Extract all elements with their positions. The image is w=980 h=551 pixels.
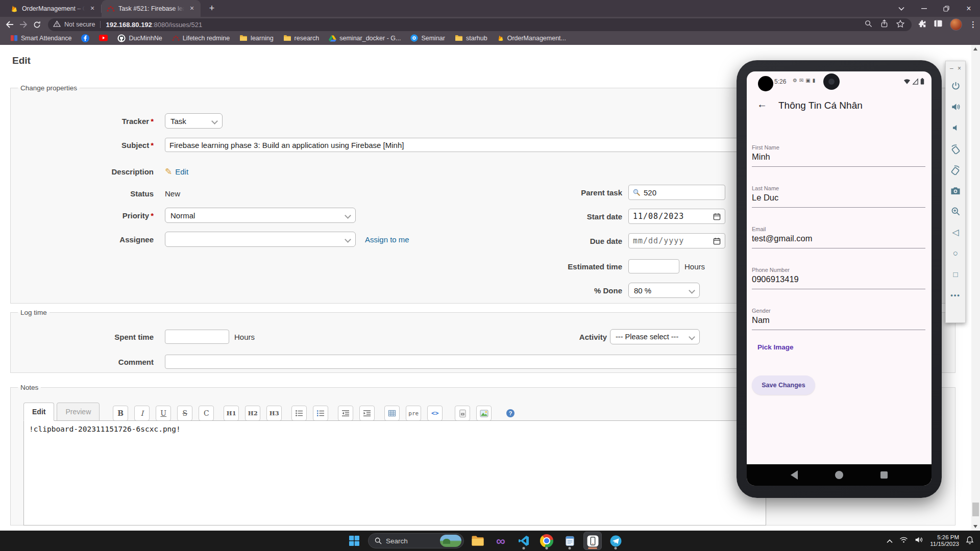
- tray-chevron-icon[interactable]: [887, 536, 893, 545]
- tab-close-icon[interactable]: ×: [88, 4, 97, 13]
- first-name-field[interactable]: First Name Minh: [752, 144, 925, 167]
- tab-search-chevron-icon[interactable]: [890, 0, 913, 17]
- heading2-button[interactable]: H2: [245, 406, 260, 421]
- screenshot-camera-icon[interactable]: [950, 180, 961, 201]
- tab-edit[interactable]: Edit: [23, 403, 54, 421]
- tracker-select[interactable]: Task: [165, 113, 223, 129]
- tab-task-521[interactable]: Task #521: Firebase learning pha ×: [102, 0, 201, 17]
- emulator-minimize-icon[interactable]: –: [950, 65, 953, 72]
- tray-clock[interactable]: 5:26 PM 11/15/2023: [930, 534, 959, 548]
- ordered-list-icon[interactable]: [313, 406, 328, 421]
- zoom-page-icon[interactable]: [865, 20, 872, 30]
- taskbar-search[interactable]: Search: [368, 533, 464, 548]
- zoom-icon[interactable]: [951, 201, 961, 222]
- emu-overview-icon[interactable]: □: [953, 264, 958, 285]
- bookmark-seminar[interactable]: Seminar: [410, 34, 445, 42]
- profile-avatar[interactable]: [950, 18, 962, 31]
- italic-button[interactable]: I: [134, 406, 150, 421]
- start-button[interactable]: [345, 532, 363, 550]
- tab-close-icon[interactable]: ×: [187, 4, 197, 13]
- description-edit-link[interactable]: Edit: [175, 167, 188, 176]
- emu-back-icon[interactable]: ◁: [952, 222, 959, 243]
- volume-down-icon[interactable]: [951, 117, 960, 138]
- activity-select[interactable]: --- Please select ---: [610, 329, 700, 344]
- page-scrollbar[interactable]: [971, 45, 980, 531]
- underline-button[interactable]: U: [156, 406, 171, 421]
- emu-home-icon[interactable]: ○: [953, 243, 958, 264]
- preformatted-button[interactable]: pre: [406, 406, 421, 421]
- bookmark-ducminhne[interactable]: DucMinhNe: [117, 34, 162, 42]
- power-icon[interactable]: [951, 76, 961, 96]
- share-icon[interactable]: [880, 19, 888, 30]
- rotate-left-icon[interactable]: [950, 138, 961, 159]
- table-icon[interactable]: [384, 406, 400, 421]
- bookmark-seminar-docker[interactable]: seminar_docker - G...: [329, 35, 401, 42]
- heading3-button[interactable]: H3: [266, 406, 282, 421]
- menu-kebab-icon[interactable]: ⋮: [969, 20, 977, 29]
- chrome-icon[interactable]: [537, 532, 556, 550]
- percent-done-select[interactable]: 80 %: [628, 283, 700, 298]
- notepad-icon[interactable]: [560, 532, 579, 550]
- file-explorer-icon[interactable]: [469, 532, 487, 550]
- visual-studio-icon[interactable]: ∞: [492, 532, 510, 550]
- bookmark-starhub[interactable]: starhub: [455, 35, 487, 42]
- bookmark-youtube[interactable]: [99, 35, 108, 41]
- side-panel-icon[interactable]: [934, 19, 943, 30]
- indent-icon[interactable]: [359, 406, 375, 421]
- bookmark-smart-attendance[interactable]: Smart Attendance: [10, 34, 71, 42]
- notes-textarea[interactable]: !clipboard-202311151726-6scxc.png!: [23, 420, 766, 525]
- bookmark-facebook[interactable]: [81, 34, 89, 42]
- extensions-puzzle-icon[interactable]: [918, 19, 926, 30]
- restore-button[interactable]: [935, 0, 958, 17]
- address-bar[interactable]: Not secure 192.168.80.192 :8080/issues/5…: [48, 18, 912, 31]
- rotate-right-icon[interactable]: [950, 159, 961, 180]
- heading1-button[interactable]: H1: [224, 406, 239, 421]
- scroll-down-arrow[interactable]: [973, 525, 977, 528]
- volume-up-icon[interactable]: [951, 96, 961, 117]
- bookmark-research[interactable]: research: [283, 35, 320, 42]
- tray-volume-icon[interactable]: [915, 536, 923, 545]
- tab-ordermanagement[interactable]: OrderManagement – Cloud Fires ×: [5, 0, 101, 17]
- code-tag-button[interactable]: <>: [427, 406, 443, 421]
- due-date-input[interactable]: mm/dd/yyyy: [628, 233, 725, 248]
- bookmark-ordermanagement[interactable]: OrderManagement...: [497, 34, 566, 42]
- start-date-input[interactable]: 11/08/2023: [628, 209, 725, 224]
- outdent-icon[interactable]: [338, 406, 353, 421]
- close-button[interactable]: ×: [958, 0, 980, 17]
- app-back-arrow[interactable]: ←: [757, 98, 767, 110]
- inline-code-button[interactable]: C: [199, 406, 214, 421]
- android-back-icon[interactable]: [791, 470, 798, 480]
- gender-field[interactable]: Gender Nam: [752, 308, 925, 330]
- parent-task-input[interactable]: 520: [628, 185, 725, 200]
- bookmark-learning[interactable]: learning: [239, 35, 273, 42]
- strikethrough-button[interactable]: S: [177, 406, 192, 421]
- save-changes-button[interactable]: Save Changes: [752, 375, 815, 395]
- help-icon[interactable]: ?: [503, 406, 518, 421]
- scroll-up-arrow[interactable]: [973, 47, 977, 51]
- android-overview-icon[interactable]: [880, 471, 888, 479]
- telegram-icon[interactable]: [606, 532, 625, 550]
- phone-number-field[interactable]: Phone Number 0906913419: [752, 267, 925, 289]
- last-name-field[interactable]: Last Name Le Duc: [752, 185, 925, 208]
- email-field[interactable]: Email test@gmail.com: [752, 226, 925, 248]
- forward-button[interactable]: [17, 18, 31, 31]
- reload-button[interactable]: [30, 18, 44, 31]
- bookmark-lifetech-redmine[interactable]: Lifetech redmine: [172, 34, 230, 42]
- insert-image-icon[interactable]: [476, 406, 492, 421]
- bookmark-star-icon[interactable]: [896, 20, 904, 30]
- minimize-button[interactable]: [913, 0, 935, 17]
- new-tab-button[interactable]: +: [205, 2, 219, 16]
- estimated-time-input[interactable]: [628, 259, 679, 273]
- android-home-icon[interactable]: [835, 471, 843, 479]
- attach-image-icon[interactable]: [455, 406, 470, 421]
- emu-more-icon[interactable]: •••: [950, 285, 961, 306]
- back-button[interactable]: [3, 18, 17, 31]
- search-daily-image[interactable]: [440, 535, 461, 547]
- pick-image-link[interactable]: Pick Image: [757, 343, 794, 351]
- vscode-icon[interactable]: [514, 532, 533, 550]
- tab-preview[interactable]: Preview: [57, 403, 100, 421]
- tray-bell-icon[interactable]: [966, 536, 974, 546]
- tray-wifi-icon[interactable]: [899, 536, 908, 545]
- emulator-taskbar-icon[interactable]: [583, 532, 602, 550]
- emulator-close-icon[interactable]: ×: [958, 65, 961, 72]
